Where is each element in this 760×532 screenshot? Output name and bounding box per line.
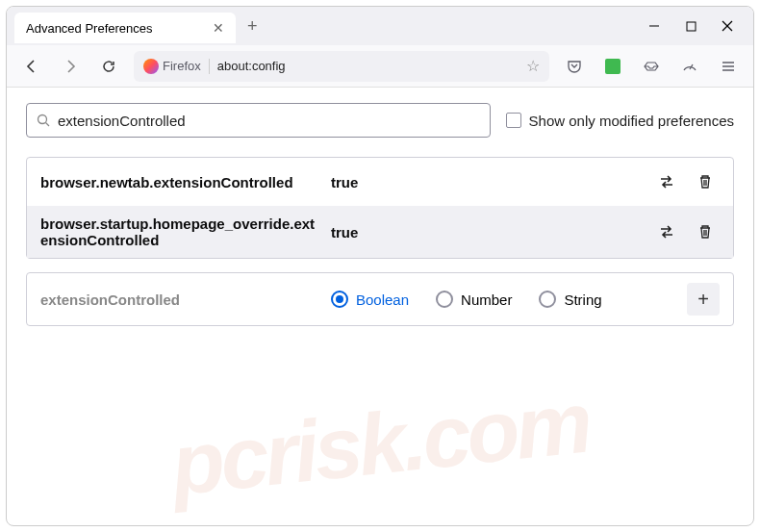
radio-icon <box>539 291 556 308</box>
radio-boolean[interactable]: Boolean <box>331 291 409 308</box>
checkbox-icon <box>506 113 521 128</box>
svg-line-8 <box>46 123 50 127</box>
dashboard-icon[interactable] <box>676 53 703 80</box>
identity-block[interactable]: Firefox <box>143 59 210 74</box>
search-icon <box>37 114 50 127</box>
search-box[interactable] <box>26 103 491 138</box>
radio-icon <box>436 291 453 308</box>
menu-button[interactable] <box>715 53 742 80</box>
address-bar[interactable]: Firefox about:config ☆ <box>134 51 549 82</box>
pref-value: true <box>331 224 641 241</box>
inbox-icon[interactable] <box>638 53 665 80</box>
radio-string[interactable]: String <box>539 291 601 308</box>
window-controls <box>647 19 746 33</box>
toolbar: Firefox about:config ☆ <box>7 45 753 88</box>
pref-name: browser.newtab.extensionControlled <box>40 174 319 190</box>
toggle-button[interactable] <box>652 167 681 196</box>
close-window-button[interactable] <box>721 19 734 33</box>
pref-value: true <box>331 174 641 190</box>
svg-rect-1 <box>687 22 696 31</box>
browser-tab[interactable]: Advanced Preferences ✕ <box>14 13 236 43</box>
search-input[interactable] <box>58 113 480 129</box>
reload-button[interactable] <box>95 53 122 80</box>
delete-button[interactable] <box>691 167 720 196</box>
radio-label: String <box>564 291 601 308</box>
type-radio-group: Boolean Number String <box>331 291 675 308</box>
svg-point-7 <box>38 115 47 124</box>
new-pref-row: extensionControlled Boolean Number Strin… <box>26 272 734 326</box>
toggle-button[interactable] <box>652 217 681 246</box>
maximize-button[interactable] <box>684 19 697 33</box>
pref-name: browser.startup.homepage_override.extens… <box>40 215 319 248</box>
extension-icon[interactable] <box>599 53 626 80</box>
pref-row: browser.startup.homepage_override.extens… <box>27 206 733 258</box>
firefox-icon <box>143 59 159 74</box>
new-pref-name: extensionControlled <box>40 291 319 308</box>
identity-label: Firefox <box>163 59 201 73</box>
radio-label: Boolean <box>356 291 409 308</box>
new-tab-button[interactable]: + <box>247 16 258 37</box>
delete-button[interactable] <box>691 217 720 246</box>
show-modified-checkbox[interactable]: Show only modified preferences <box>506 113 734 129</box>
add-pref-button[interactable]: + <box>687 283 720 316</box>
bookmark-star-icon[interactable]: ☆ <box>526 57 540 75</box>
content-area: Show only modified preferences browser.n… <box>7 88 753 342</box>
pref-row: browser.newtab.extensionControlled true <box>27 158 733 206</box>
tab-title: Advanced Preferences <box>26 21 153 36</box>
tab-bar: Advanced Preferences ✕ + <box>7 7 753 45</box>
radio-label: Number <box>461 291 512 308</box>
back-button[interactable] <box>18 53 45 80</box>
checkbox-label: Show only modified preferences <box>529 113 734 129</box>
minimize-button[interactable] <box>647 19 661 33</box>
url-text: about:config <box>217 59 519 73</box>
pref-table: browser.newtab.extensionControlled true … <box>26 157 734 259</box>
radio-icon <box>331 291 348 308</box>
close-tab-icon[interactable]: ✕ <box>213 20 224 36</box>
radio-number[interactable]: Number <box>436 291 512 308</box>
pocket-icon[interactable] <box>561 53 588 80</box>
forward-button[interactable] <box>57 53 84 80</box>
